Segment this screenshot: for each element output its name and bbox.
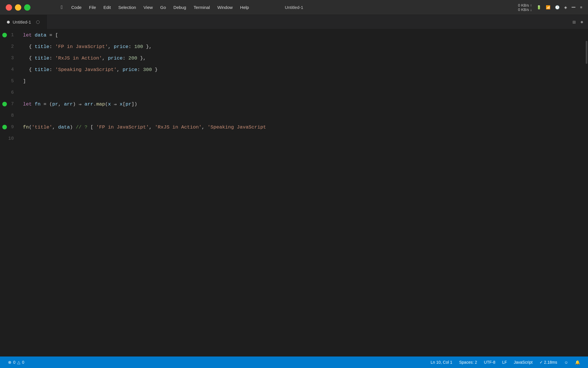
tab-bar: Untitled-1 ⊞ ● (0, 15, 588, 29)
menu-code[interactable]: Code (68, 4, 85, 11)
status-bell[interactable]: 🔔 (572, 360, 583, 365)
battery-icon: 🔋 (537, 5, 541, 9)
menu-debug[interactable]: Debug (170, 4, 189, 11)
menu-selection[interactable]: Selection (115, 4, 140, 11)
warning-count: 0 (22, 360, 24, 365)
line-8-gutter: 8 (0, 110, 17, 121)
code-line-7: let fn = (pr, arr) ⇒ arr.map(x ⇒ x[pr]) (23, 98, 584, 110)
code-line-8 (23, 110, 584, 121)
line-7-gutter: 7 (0, 98, 17, 110)
status-errors[interactable]: ⊗ 0 △ 0 (5, 356, 28, 368)
tabbar-actions: ⊞ ● (572, 15, 588, 29)
code-area[interactable]: let data = [ { title: 'FP in JavaScript'… (17, 29, 584, 356)
code-line-3: { title: 'RxJS in Action', price: 200 }, (23, 52, 584, 64)
tab-dot (7, 21, 10, 24)
status-timing[interactable]: ✓ 2.18ms (536, 360, 561, 365)
breakpoint-7[interactable] (2, 102, 7, 106)
list-icon: ≡ (580, 5, 582, 9)
tab-modified-dot (36, 20, 40, 24)
menu-window[interactable]: Window (214, 4, 236, 11)
status-right: Ln 10, Col 1 Spaces: 2 UTF-8 LF JavaScri… (427, 360, 583, 365)
line-10-gutter: 10 (0, 133, 17, 144)
apple-menu[interactable]:  (57, 3, 66, 12)
scrollbar-thumb[interactable] (586, 41, 587, 64)
window-title: Untitled-1 (285, 5, 303, 10)
vertical-scrollbar[interactable] (584, 29, 588, 356)
line-6-gutter: 6 (0, 87, 17, 98)
maximize-button[interactable] (24, 4, 30, 11)
warning-icon: △ (17, 360, 20, 365)
error-icon: ⊗ (8, 360, 11, 365)
airdrop-icon: ◈ (564, 5, 567, 9)
status-spaces[interactable]: Spaces: 2 (456, 360, 480, 365)
menu-edit[interactable]: Edit (100, 4, 114, 11)
tab-untitled1[interactable]: Untitled-1 (0, 15, 47, 29)
titlebar-left (0, 4, 57, 11)
code-line-5: ] (23, 75, 584, 87)
menu-terminal[interactable]: Terminal (190, 4, 213, 11)
close-button[interactable] (6, 4, 12, 11)
extra-icons: ••• (572, 5, 576, 9)
menu-help[interactable]: Help (237, 4, 252, 11)
status-smiley[interactable]: ☺ (561, 360, 572, 365)
wifi-icon: 📶 (546, 5, 550, 9)
network-status: 0 KB/s ↑0 KB/s ↓ (518, 3, 532, 12)
tab-label: Untitled-1 (13, 20, 31, 24)
code-line-2: { title: 'FP in JavaScript', price: 100 … (23, 41, 584, 52)
line-numbers: 1 2 3 4 5 6 7 (0, 29, 17, 144)
breakpoint-1[interactable] (2, 33, 7, 37)
menu-view[interactable]: View (140, 4, 156, 11)
error-count: 0 (13, 360, 16, 365)
editor[interactable]: 1 2 3 4 5 6 7 (0, 29, 588, 356)
line-9-gutter: 9 (0, 121, 17, 133)
code-line-9: fn('title', data) // ? [ 'FP in JavaScri… (23, 121, 584, 133)
status-position[interactable]: Ln 10, Col 1 (427, 360, 456, 365)
menu-file[interactable]: File (86, 4, 99, 11)
titlebar:  Code File Edit Selection View Go Debug… (0, 0, 588, 15)
line-4-gutter: 4 (0, 64, 17, 75)
menu-go[interactable]: Go (157, 4, 169, 11)
code-line-10 (23, 133, 584, 144)
line-3-gutter: 3 (0, 52, 17, 64)
titlebar-right: 0 KB/s ↑0 KB/s ↓ 🔋 📶 🕐 ◈ ••• ≡ (518, 3, 588, 12)
line-1-gutter: 1 (0, 29, 17, 41)
status-line-ending[interactable]: LF (499, 360, 510, 365)
line-5-gutter: 5 (0, 75, 17, 87)
status-encoding[interactable]: UTF-8 (481, 360, 499, 365)
code-line-4: { title: 'Speaking JavaScript', price: 3… (23, 64, 584, 75)
clock-icon: 🕐 (555, 5, 560, 9)
code-line-6 (23, 87, 584, 98)
breakpoint-9[interactable] (2, 125, 7, 129)
split-editor-icon[interactable]: ⊞ (572, 19, 576, 25)
line-gutter: 1 2 3 4 5 6 7 (0, 29, 17, 356)
line-2-gutter: 2 (0, 41, 17, 52)
status-language[interactable]: JavaScript (510, 360, 536, 365)
status-bar: ⊗ 0 △ 0 Ln 10, Col 1 Spaces: 2 UTF-8 LF … (0, 356, 588, 368)
code-line-1: let data = [ (23, 29, 584, 41)
unsaved-dot-icon: ● (580, 19, 583, 25)
minimize-button[interactable] (15, 4, 21, 11)
